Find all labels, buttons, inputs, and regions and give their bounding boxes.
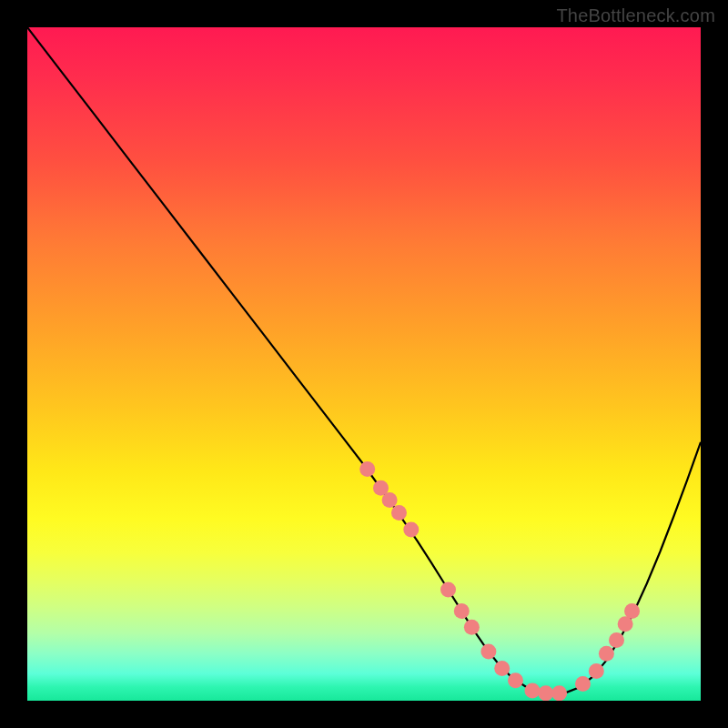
chart-area: [27, 27, 701, 701]
marker-dot: [382, 492, 398, 508]
curve-markers: [359, 461, 640, 701]
marker-dot: [551, 685, 567, 701]
marker-dot: [599, 646, 614, 662]
marker-dot: [508, 672, 523, 688]
marker-dot: [403, 522, 419, 538]
marker-dot: [464, 620, 480, 635]
marker-dot: [454, 603, 470, 619]
marker-dot: [624, 603, 640, 619]
marker-dot: [575, 676, 591, 692]
marker-dot: [609, 632, 624, 648]
marker-dot: [494, 661, 510, 676]
watermark-text: TheBottleneck.com: [556, 5, 715, 26]
marker-dot: [525, 682, 541, 698]
marker-dot: [440, 581, 456, 597]
chart-svg: [27, 27, 701, 701]
marker-dot: [538, 685, 553, 701]
marker-dot: [359, 461, 375, 477]
marker-dot: [480, 643, 496, 659]
marker-dot: [391, 505, 407, 521]
marker-dot: [589, 663, 604, 679]
bottleneck-curve: [27, 27, 701, 694]
